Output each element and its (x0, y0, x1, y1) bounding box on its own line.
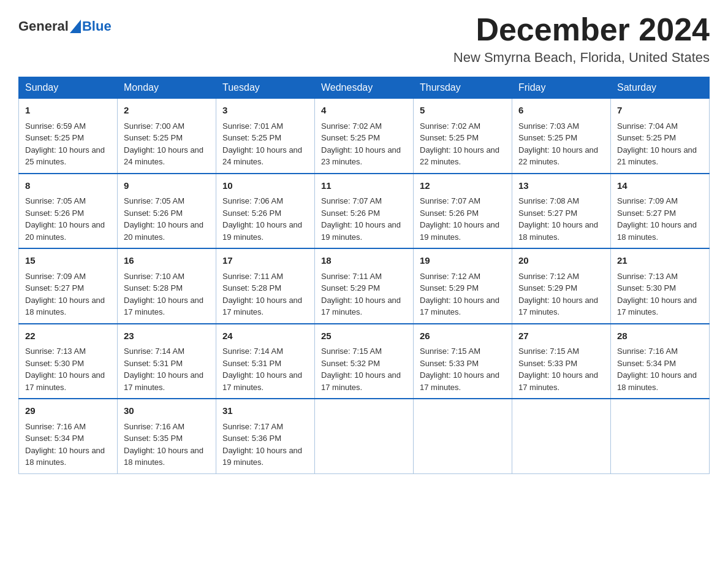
day-number: 4 (321, 104, 407, 118)
day-info: Sunrise: 7:07 AMSunset: 5:26 PMDaylight:… (420, 195, 506, 243)
day-number: 28 (617, 329, 703, 343)
calendar-cell (611, 399, 710, 473)
day-info: Sunrise: 6:59 AMSunset: 5:25 PMDaylight:… (25, 120, 111, 168)
day-info: Sunrise: 7:01 AMSunset: 5:25 PMDaylight:… (222, 120, 308, 168)
day-number: 18 (321, 254, 407, 268)
calendar-cell: 26Sunrise: 7:15 AMSunset: 5:33 PMDayligh… (414, 324, 512, 399)
day-info: Sunrise: 7:15 AMSunset: 5:32 PMDaylight:… (321, 345, 407, 393)
month-title: December 2024 (453, 12, 710, 47)
day-info: Sunrise: 7:08 AMSunset: 5:27 PMDaylight:… (518, 195, 604, 243)
calendar-week-row-3: 15Sunrise: 7:09 AMSunset: 5:27 PMDayligh… (19, 248, 710, 324)
calendar-cell: 16Sunrise: 7:10 AMSunset: 5:28 PMDayligh… (118, 248, 216, 324)
calendar-table: SundayMondayTuesdayWednesdayThursdayFrid… (18, 77, 710, 474)
day-info: Sunrise: 7:05 AMSunset: 5:26 PMDaylight:… (25, 195, 111, 243)
day-number: 5 (420, 104, 506, 118)
calendar-cell: 18Sunrise: 7:11 AMSunset: 5:29 PMDayligh… (315, 248, 414, 324)
calendar-cell: 17Sunrise: 7:11 AMSunset: 5:28 PMDayligh… (216, 248, 315, 324)
svg-marker-0 (70, 20, 81, 33)
day-info: Sunrise: 7:17 AMSunset: 5:36 PMDaylight:… (222, 421, 308, 469)
day-number: 31 (222, 404, 308, 418)
day-info: Sunrise: 7:16 AMSunset: 5:34 PMDaylight:… (617, 345, 703, 393)
calendar-cell: 11Sunrise: 7:07 AMSunset: 5:26 PMDayligh… (315, 174, 414, 249)
weekday-header-sunday: Sunday (19, 77, 118, 99)
day-info: Sunrise: 7:12 AMSunset: 5:29 PMDaylight:… (420, 270, 506, 318)
day-info: Sunrise: 7:14 AMSunset: 5:31 PMDaylight:… (222, 345, 308, 393)
day-number: 22 (25, 329, 111, 343)
day-info: Sunrise: 7:10 AMSunset: 5:28 PMDaylight:… (124, 270, 210, 318)
calendar-cell: 3Sunrise: 7:01 AMSunset: 5:25 PMDaylight… (216, 99, 315, 174)
day-info: Sunrise: 7:09 AMSunset: 5:27 PMDaylight:… (25, 270, 111, 318)
day-info: Sunrise: 7:12 AMSunset: 5:29 PMDaylight:… (518, 270, 604, 318)
day-number: 30 (124, 404, 210, 418)
day-info: Sunrise: 7:13 AMSunset: 5:30 PMDaylight:… (25, 345, 111, 393)
day-number: 19 (420, 254, 506, 268)
header: General Blue December 2024 New Smyrna Be… (18, 12, 710, 66)
calendar-cell: 1Sunrise: 6:59 AMSunset: 5:25 PMDaylight… (19, 99, 118, 174)
calendar-cell: 31Sunrise: 7:17 AMSunset: 5:36 PMDayligh… (216, 399, 315, 473)
day-info: Sunrise: 7:16 AMSunset: 5:34 PMDaylight:… (25, 421, 111, 469)
day-number: 7 (617, 104, 703, 118)
calendar-cell: 5Sunrise: 7:02 AMSunset: 5:25 PMDaylight… (414, 99, 512, 174)
calendar-cell: 4Sunrise: 7:02 AMSunset: 5:25 PMDaylight… (315, 99, 414, 174)
calendar-cell: 12Sunrise: 7:07 AMSunset: 5:26 PMDayligh… (414, 174, 512, 249)
logo: General Blue (18, 18, 112, 34)
weekday-header-saturday: Saturday (611, 77, 710, 99)
day-number: 23 (124, 329, 210, 343)
weekday-header-row: SundayMondayTuesdayWednesdayThursdayFrid… (19, 77, 710, 99)
calendar-cell: 13Sunrise: 7:08 AMSunset: 5:27 PMDayligh… (512, 174, 611, 249)
calendar-cell (414, 399, 512, 473)
day-info: Sunrise: 7:07 AMSunset: 5:26 PMDaylight:… (321, 195, 407, 243)
day-number: 17 (222, 254, 308, 268)
day-info: Sunrise: 7:11 AMSunset: 5:29 PMDaylight:… (321, 270, 407, 318)
day-info: Sunrise: 7:11 AMSunset: 5:28 PMDaylight:… (222, 270, 308, 318)
weekday-header-thursday: Thursday (414, 77, 512, 99)
day-info: Sunrise: 7:02 AMSunset: 5:25 PMDaylight:… (420, 120, 506, 168)
calendar-cell: 7Sunrise: 7:04 AMSunset: 5:25 PMDaylight… (611, 99, 710, 174)
day-number: 26 (420, 329, 506, 343)
day-number: 13 (518, 179, 604, 193)
calendar-cell (512, 399, 611, 473)
calendar-cell: 23Sunrise: 7:14 AMSunset: 5:31 PMDayligh… (118, 324, 216, 399)
calendar-cell: 27Sunrise: 7:15 AMSunset: 5:33 PMDayligh… (512, 324, 611, 399)
day-number: 25 (321, 329, 407, 343)
day-number: 10 (222, 179, 308, 193)
day-info: Sunrise: 7:14 AMSunset: 5:31 PMDaylight:… (124, 345, 210, 393)
day-info: Sunrise: 7:06 AMSunset: 5:26 PMDaylight:… (222, 195, 308, 243)
logo-general-text: General (18, 18, 69, 34)
day-info: Sunrise: 7:16 AMSunset: 5:35 PMDaylight:… (124, 421, 210, 469)
calendar-cell: 6Sunrise: 7:03 AMSunset: 5:25 PMDaylight… (512, 99, 611, 174)
calendar-cell: 29Sunrise: 7:16 AMSunset: 5:34 PMDayligh… (19, 399, 118, 473)
day-number: 12 (420, 179, 506, 193)
day-number: 14 (617, 179, 703, 193)
day-number: 3 (222, 104, 308, 118)
logo-triangle-icon (70, 20, 81, 33)
day-info: Sunrise: 7:02 AMSunset: 5:25 PMDaylight:… (321, 120, 407, 168)
day-number: 6 (518, 104, 604, 118)
day-number: 16 (124, 254, 210, 268)
day-number: 20 (518, 254, 604, 268)
day-info: Sunrise: 7:05 AMSunset: 5:26 PMDaylight:… (124, 195, 210, 243)
day-number: 8 (25, 179, 111, 193)
weekday-header-wednesday: Wednesday (315, 77, 414, 99)
calendar-cell: 19Sunrise: 7:12 AMSunset: 5:29 PMDayligh… (414, 248, 512, 324)
day-number: 21 (617, 254, 703, 268)
day-number: 27 (518, 329, 604, 343)
day-number: 24 (222, 329, 308, 343)
calendar-cell: 20Sunrise: 7:12 AMSunset: 5:29 PMDayligh… (512, 248, 611, 324)
calendar-cell (315, 399, 414, 473)
calendar-week-row-1: 1Sunrise: 6:59 AMSunset: 5:25 PMDaylight… (19, 99, 710, 174)
day-number: 15 (25, 254, 111, 268)
day-number: 2 (124, 104, 210, 118)
calendar-week-row-5: 29Sunrise: 7:16 AMSunset: 5:34 PMDayligh… (19, 399, 710, 473)
calendar-cell: 14Sunrise: 7:09 AMSunset: 5:27 PMDayligh… (611, 174, 710, 249)
day-info: Sunrise: 7:00 AMSunset: 5:25 PMDaylight:… (124, 120, 210, 168)
calendar-cell: 28Sunrise: 7:16 AMSunset: 5:34 PMDayligh… (611, 324, 710, 399)
location-subtitle: New Smyrna Beach, Florida, United States (453, 50, 710, 66)
day-info: Sunrise: 7:15 AMSunset: 5:33 PMDaylight:… (518, 345, 604, 393)
weekday-header-tuesday: Tuesday (216, 77, 315, 99)
day-info: Sunrise: 7:04 AMSunset: 5:25 PMDaylight:… (617, 120, 703, 168)
day-number: 11 (321, 179, 407, 193)
calendar-cell: 22Sunrise: 7:13 AMSunset: 5:30 PMDayligh… (19, 324, 118, 399)
weekday-header-monday: Monday (118, 77, 216, 99)
calendar-cell: 25Sunrise: 7:15 AMSunset: 5:32 PMDayligh… (315, 324, 414, 399)
